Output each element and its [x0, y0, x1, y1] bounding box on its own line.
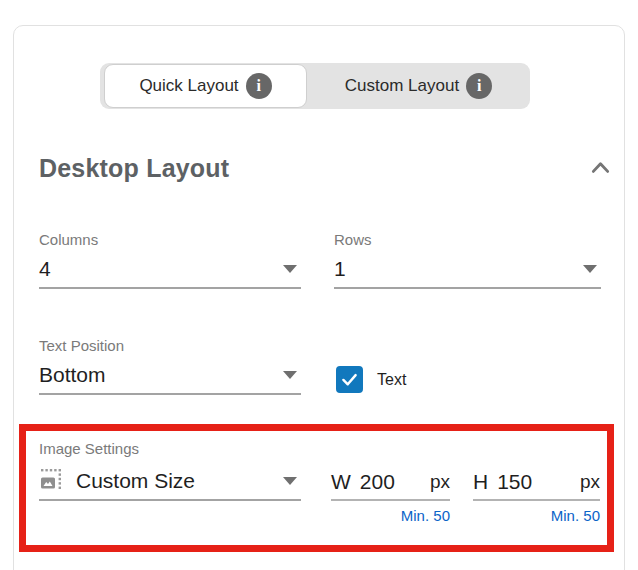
columns-value: 4: [39, 257, 51, 281]
height-prefix: H: [473, 470, 488, 494]
height-value: 150: [497, 470, 532, 494]
width-prefix: W: [331, 470, 351, 494]
image-size-mode-select[interactable]: Custom Size: [39, 469, 301, 501]
width-unit: px: [430, 471, 450, 493]
text-position-field: Text Position Bottom: [39, 337, 301, 395]
chevron-up-icon: [587, 164, 614, 181]
tab-custom-layout[interactable]: Custom Layout i: [307, 63, 530, 109]
image-resize-icon: [39, 467, 63, 496]
text-checkbox[interactable]: [336, 366, 363, 393]
custom-layout-info-icon[interactable]: i: [466, 73, 492, 99]
tab-quick-layout-label: Quick Layout: [139, 76, 238, 96]
text-position-label: Text Position: [39, 337, 301, 354]
height-min-hint: Min. 50: [473, 507, 600, 524]
layout-mode-tabs: Quick Layout i Custom Layout i: [100, 63, 530, 109]
rows-select[interactable]: 1: [334, 261, 601, 289]
tab-quick-layout[interactable]: Quick Layout i: [104, 64, 307, 108]
image-width-field: W 200 px Min. 50: [331, 471, 450, 524]
desktop-layout-header: Desktop Layout: [39, 154, 614, 183]
rows-value: 1: [334, 257, 346, 281]
collapse-section-button[interactable]: [587, 156, 614, 182]
section-title: Desktop Layout: [39, 154, 229, 183]
width-min-hint: Min. 50: [331, 507, 450, 524]
columns-label: Columns: [39, 231, 301, 248]
rows-field: Rows 1: [334, 231, 601, 289]
image-height-field: H 150 px Min. 50: [473, 471, 600, 524]
layout-settings-panel: Quick Layout i Custom Layout i Desktop L…: [13, 25, 625, 570]
image-height-input[interactable]: H 150 px: [473, 471, 600, 501]
image-width-input[interactable]: W 200 px: [331, 471, 450, 501]
height-unit: px: [580, 471, 600, 493]
width-value: 200: [360, 470, 395, 494]
rows-label: Rows: [334, 231, 601, 248]
image-size-mode-field: Custom Size: [39, 469, 301, 501]
caret-down-icon: [583, 265, 597, 273]
image-size-mode-value: Custom Size: [76, 469, 195, 493]
columns-field: Columns 4: [39, 231, 301, 289]
caret-down-icon: [283, 477, 297, 485]
caret-down-icon: [283, 371, 297, 379]
caret-down-icon: [283, 265, 297, 273]
checkmark-icon: [339, 369, 360, 390]
text-checkbox-label: Text: [377, 371, 406, 389]
quick-layout-info-icon[interactable]: i: [246, 73, 272, 99]
text-position-value: Bottom: [39, 363, 106, 387]
text-position-select[interactable]: Bottom: [39, 367, 301, 395]
tab-custom-layout-label: Custom Layout: [345, 76, 459, 96]
text-toggle-row: Text: [336, 366, 406, 393]
columns-select[interactable]: 4: [39, 261, 301, 289]
image-settings-label: Image Settings: [39, 440, 139, 457]
